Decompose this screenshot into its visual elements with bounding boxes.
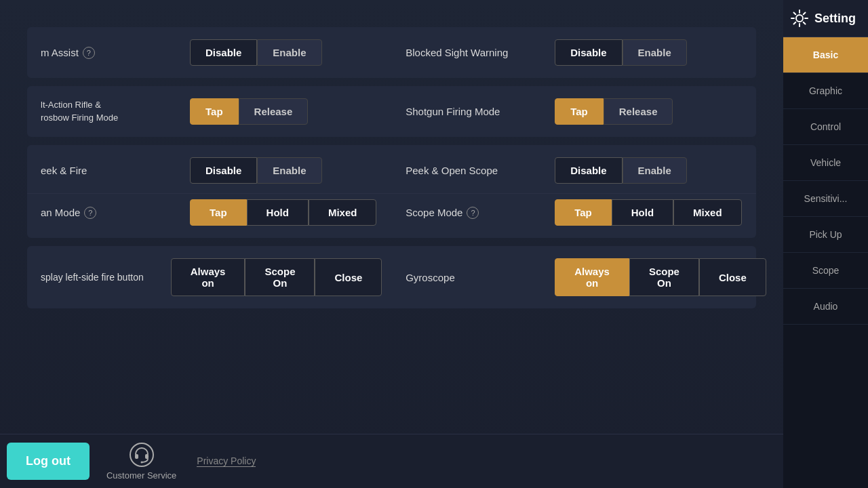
shotgun-release-btn[interactable]: Release [604, 98, 673, 125]
sidebar-header: Setting [783, 0, 868, 37]
settings-row-2: lt-Action Rifle & rosbow Firing Mode Tap… [41, 98, 743, 125]
rifle-firing-buttons: Tap Release [190, 98, 308, 125]
fire-close-btn[interactable]: Close [315, 258, 382, 296]
blocked-sight-setting: Blocked Sight Warning Disable Enable [406, 39, 743, 66]
sidebar-item-basic[interactable]: Basic [783, 37, 868, 73]
scope-mode-help[interactable]: ? [467, 207, 479, 219]
gyroscope-label: Gyroscope [406, 272, 528, 283]
svg-point-4 [140, 462, 142, 464]
aim-assist-setting: m Assist ? Disable Enable [41, 39, 378, 66]
aim-assist-enable-btn[interactable]: Enable [257, 39, 321, 66]
section-row2: lt-Action Rifle & rosbow Firing Mode Tap… [27, 86, 756, 137]
gyro-close-btn[interactable]: Close [699, 258, 766, 296]
sidebar-item-sensitivity[interactable]: Sensitivi... [783, 181, 868, 217]
lean-tap-btn[interactable]: Tap [190, 199, 247, 226]
lean-mixed-btn[interactable]: Mixed [309, 199, 377, 226]
blocked-sight-disable-btn[interactable]: Disable [555, 39, 622, 66]
scope-mode-label: Scope Mode ? [406, 207, 528, 219]
rifle-tap-btn[interactable]: Tap [190, 98, 239, 125]
fire-always-btn[interactable]: Always on [171, 258, 245, 296]
peek-scope-buttons: Disable Enable [555, 157, 687, 184]
lean-mode-label: an Mode ? [41, 207, 163, 219]
peek-scope-label: Peek & Open Scope [406, 165, 528, 176]
sidebar-item-graphic[interactable]: Graphic [783, 73, 868, 109]
gyroscope-buttons: Always on Scope On Close [555, 258, 766, 296]
scope-mode-setting: Scope Mode ? Tap Hold Mixed [406, 199, 743, 226]
logout-button[interactable]: Log out [7, 443, 90, 480]
aim-assist-help[interactable]: ? [83, 47, 95, 59]
sidebar-item-control[interactable]: Control [783, 109, 868, 145]
shotgun-firing-label: Shotgun Firing Mode [406, 106, 528, 117]
fire-button-buttons: Always on Scope On Close [171, 258, 382, 296]
sidebar-title: Setting [814, 12, 856, 26]
svg-rect-3 [145, 454, 149, 459]
shotgun-firing-setting: Shotgun Firing Mode Tap Release [406, 98, 743, 125]
svg-rect-2 [135, 454, 138, 459]
customer-service-label: Customer Service [106, 470, 176, 481]
customer-service[interactable]: Customer Service [106, 442, 176, 481]
lean-mode-help[interactable]: ? [84, 207, 96, 219]
section-row5: splay left-side fire button Always on Sc… [27, 246, 756, 308]
divider-3-4 [27, 193, 756, 194]
main-content: m Assist ? Disable Enable Blocked Sight … [0, 0, 783, 488]
blocked-sight-enable-btn[interactable]: Enable [623, 39, 687, 66]
gyroscope-setting: Gyroscope Always on Scope On Close [406, 258, 743, 296]
sidebar-item-scope[interactable]: Scope [783, 253, 868, 289]
scope-mode-buttons: Tap Hold Mixed [555, 199, 741, 226]
settings-row-3: eek & Fire Disable Enable Peek & Open Sc… [41, 157, 743, 184]
svg-point-0 [796, 15, 803, 22]
settings-row-4: an Mode ? Tap Hold Mixed Scope Mode ? Ta… [41, 199, 743, 226]
gyro-always-btn[interactable]: Always on [555, 258, 629, 296]
aim-assist-label: m Assist ? [41, 47, 163, 59]
fire-button-label: splay left-side fire button [41, 272, 144, 283]
peek-fire-setting: eek & Fire Disable Enable [41, 157, 378, 184]
shotgun-tap-btn[interactable]: Tap [555, 98, 604, 125]
sidebar-item-audio[interactable]: Audio [783, 289, 868, 325]
bottom-bar: Log out Customer Service Privacy Policy [0, 434, 783, 488]
section-row1: m Assist ? Disable Enable Blocked Sight … [27, 27, 756, 78]
scope-tap-btn[interactable]: Tap [555, 199, 612, 226]
settings-row-1: m Assist ? Disable Enable Blocked Sight … [41, 39, 743, 66]
peek-fire-disable-btn[interactable]: Disable [190, 157, 257, 184]
rifle-release-btn[interactable]: Release [239, 98, 309, 125]
sidebar-item-pickup[interactable]: Pick Up [783, 217, 868, 253]
sidebar-item-vehicle[interactable]: Vehicle [783, 145, 868, 181]
lean-mode-buttons: Tap Hold Mixed [190, 199, 376, 226]
fire-scope-btn[interactable]: Scope On [245, 258, 315, 296]
gear-icon [790, 9, 809, 28]
aim-assist-disable-btn[interactable]: Disable [190, 39, 257, 66]
fire-button-setting: splay left-side fire button Always on Sc… [41, 258, 378, 296]
gyro-scope-btn[interactable]: Scope On [629, 258, 699, 296]
sidebar: Setting Basic Graphic Control Vehicle Se… [783, 0, 868, 488]
privacy-policy-link[interactable]: Privacy Policy [197, 455, 256, 467]
aim-assist-buttons: Disable Enable [190, 39, 322, 66]
peek-scope-disable-btn[interactable]: Disable [555, 157, 622, 184]
peek-fire-buttons: Disable Enable [190, 157, 322, 184]
scope-hold-btn[interactable]: Hold [612, 199, 673, 226]
peek-scope-setting: Peek & Open Scope Disable Enable [406, 157, 743, 184]
blocked-sight-label: Blocked Sight Warning [406, 47, 528, 58]
rifle-firing-label: lt-Action Rifle & rosbow Firing Mode [41, 99, 163, 123]
peek-fire-enable-btn[interactable]: Enable [257, 157, 321, 184]
blocked-sight-buttons: Disable Enable [555, 39, 687, 66]
peek-scope-enable-btn[interactable]: Enable [623, 157, 687, 184]
section-row34: eek & Fire Disable Enable Peek & Open Sc… [27, 145, 756, 238]
scope-mixed-btn[interactable]: Mixed [673, 199, 742, 226]
customer-service-icon [129, 442, 155, 468]
settings-row-5: splay left-side fire button Always on Sc… [41, 258, 743, 296]
rifle-firing-setting: lt-Action Rifle & rosbow Firing Mode Tap… [41, 98, 378, 125]
lean-mode-setting: an Mode ? Tap Hold Mixed [41, 199, 378, 226]
peek-fire-label: eek & Fire [41, 165, 163, 176]
shotgun-firing-buttons: Tap Release [555, 98, 673, 125]
lean-hold-btn[interactable]: Hold [247, 199, 309, 226]
